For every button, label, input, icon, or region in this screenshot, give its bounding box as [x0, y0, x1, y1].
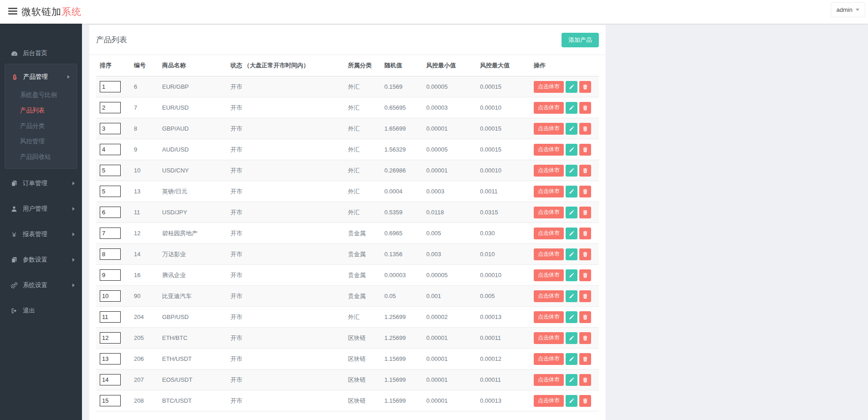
delete-button[interactable] [579, 186, 591, 197]
product-id: 206 [130, 349, 158, 369]
sidebar-item-logout[interactable]: 退出 [0, 300, 82, 321]
delete-button[interactable] [579, 311, 591, 323]
user-icon [10, 206, 19, 212]
suspend-button[interactable]: 点击休市 [534, 165, 564, 177]
risk-max-value: 0.030 [476, 223, 530, 244]
edit-button[interactable] [566, 248, 577, 260]
delete-button[interactable] [579, 165, 591, 177]
sort-input[interactable] [100, 144, 121, 155]
delete-button[interactable] [579, 269, 591, 281]
edit-button[interactable] [566, 102, 577, 114]
sort-input[interactable] [100, 186, 121, 197]
sidebar-item-users[interactable]: 用户管理 [0, 198, 82, 219]
suspend-button[interactable]: 点击休市 [534, 311, 564, 323]
sidebar-subitem-profit-ratio[interactable]: 系统盈亏比例 [5, 87, 77, 103]
edit-button[interactable] [566, 144, 577, 156]
delete-button[interactable] [579, 374, 591, 386]
sort-input[interactable] [100, 81, 121, 92]
sort-input[interactable] [100, 248, 121, 260]
admin-dropdown[interactable]: admin [831, 2, 865, 17]
edit-button[interactable] [566, 311, 577, 323]
sort-input[interactable] [100, 374, 121, 385]
suspend-button[interactable]: 点击休市 [534, 123, 564, 135]
add-product-button[interactable]: 添加产品 [562, 33, 599, 47]
risk-max-value: 0.0011 [476, 181, 530, 202]
sort-input[interactable] [100, 207, 121, 218]
product-name: 腾讯企业 [158, 265, 227, 286]
sort-input[interactable] [100, 228, 121, 239]
edit-button[interactable] [566, 207, 577, 218]
edit-button[interactable] [566, 395, 577, 407]
sort-input[interactable] [100, 332, 121, 344]
delete-button[interactable] [579, 207, 591, 218]
sidebar-subitem-product-list[interactable]: 产品列表 [5, 103, 77, 118]
risk-max-value: 0.010 [476, 244, 530, 265]
delete-button[interactable] [579, 144, 591, 156]
sort-input[interactable] [100, 102, 121, 113]
delete-button[interactable] [579, 102, 591, 114]
edit-button[interactable] [566, 186, 577, 197]
suspend-button[interactable]: 点击休市 [534, 374, 564, 386]
edit-button[interactable] [566, 123, 577, 135]
edit-button[interactable] [566, 269, 577, 281]
suspend-button[interactable]: 点击休市 [534, 186, 564, 197]
edit-button[interactable] [566, 332, 577, 344]
delete-button[interactable] [579, 248, 591, 260]
pencil-icon [569, 231, 574, 236]
suspend-button[interactable]: 点击休市 [534, 248, 564, 260]
edit-button[interactable] [566, 290, 577, 302]
pencil-icon [569, 210, 574, 215]
sidebar-subitem-product-category[interactable]: 产品分类 [5, 118, 77, 134]
sidebar-item-orders[interactable]: 订单管理 [0, 173, 82, 194]
suspend-button[interactable]: 点击休市 [534, 228, 564, 239]
edit-button[interactable] [566, 374, 577, 386]
delete-button[interactable] [579, 353, 591, 365]
delete-button[interactable] [579, 123, 591, 135]
col-random: 随机值 [381, 55, 423, 76]
suspend-button[interactable]: 点击休市 [534, 102, 564, 114]
sidebar-item-dashboard[interactable]: 后台首页 [0, 43, 82, 64]
sort-input[interactable] [100, 123, 121, 134]
risk-max-value: 0.00015 [476, 118, 530, 139]
sidebar-item-label: 退出 [23, 307, 35, 315]
suspend-button[interactable]: 点击休市 [534, 207, 564, 218]
product-category: 贵金属 [344, 244, 381, 265]
delete-button[interactable] [579, 332, 591, 344]
sort-input[interactable] [100, 269, 121, 281]
edit-button[interactable] [566, 228, 577, 239]
suspend-button[interactable]: 点击休市 [534, 353, 564, 365]
sidebar-item-params[interactable]: 参数设置 [0, 249, 82, 270]
delete-button[interactable] [579, 81, 591, 93]
risk-min-value: 0.0003 [423, 181, 476, 202]
suspend-button[interactable]: 点击休市 [534, 269, 564, 281]
row-actions: 点击休市 [534, 144, 595, 156]
delete-button[interactable] [579, 290, 591, 302]
sidebar-subitem-product-recycle[interactable]: 产品回收站 [5, 149, 77, 165]
delete-button[interactable] [579, 395, 591, 407]
pencil-icon [569, 293, 574, 299]
sort-input[interactable] [100, 311, 121, 323]
sort-input[interactable] [100, 395, 121, 406]
edit-button[interactable] [566, 353, 577, 365]
product-status: 开市 [227, 390, 344, 411]
suspend-button[interactable]: 点击休市 [534, 332, 564, 344]
sidebar-item-product-management[interactable]: 产品管理 [5, 66, 77, 87]
sort-input[interactable] [100, 165, 121, 176]
delete-button[interactable] [579, 228, 591, 239]
row-actions: 点击休市 [534, 374, 595, 386]
product-table-body: 6 EUR/GBP 开市 外汇 0.1569 0.00005 0.00015 点… [96, 76, 599, 411]
sidebar-item-system[interactable]: 系统设置 [0, 275, 82, 296]
suspend-button[interactable]: 点击休市 [534, 395, 564, 407]
suspend-button[interactable]: 点击休市 [534, 144, 564, 156]
edit-button[interactable] [566, 81, 577, 93]
edit-button[interactable] [566, 165, 577, 177]
col-sort: 排序 [96, 55, 130, 76]
sort-input[interactable] [100, 290, 121, 302]
sidebar-item-reports[interactable]: ¥ 报表管理 [0, 224, 82, 245]
suspend-button[interactable]: 点击休市 [534, 81, 564, 93]
admin-username: admin [837, 6, 853, 13]
sidebar-subitem-risk-control[interactable]: 风控管理 [5, 134, 77, 149]
menu-toggle-button[interactable] [8, 8, 17, 16]
suspend-button[interactable]: 点击休市 [534, 290, 564, 302]
sort-input[interactable] [100, 353, 121, 364]
